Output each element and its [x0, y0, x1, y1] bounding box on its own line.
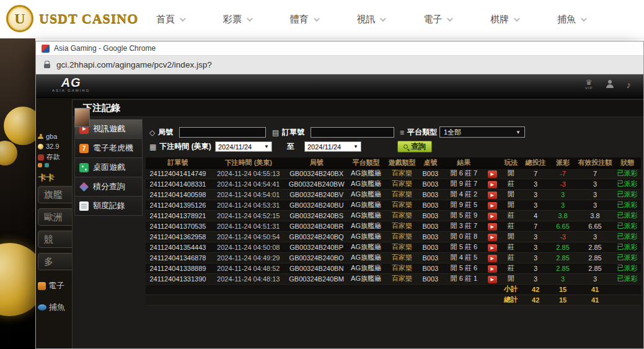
- bet-records-table: 訂單號下注時間 (美東)局號平台類型遊戲類型桌號結果玩法總投注派彩有效投注額狀態…: [146, 157, 641, 306]
- replay-button[interactable]: ▶: [488, 181, 497, 188]
- replay-button[interactable]: ▶: [488, 265, 497, 273]
- platform-filter-label: ≡ 平台類型: [400, 127, 437, 138]
- column-header: 下注時間 (美東): [210, 157, 287, 168]
- cell-play: 閒: [500, 168, 522, 179]
- table-row: 2411240413789212024-11-24 04:52:15GB0032…: [146, 210, 641, 221]
- nav-item-sports[interactable]: 體育: [290, 14, 318, 25]
- round-input[interactable]: [179, 127, 266, 138]
- cell-time: 2024-11-24 04:50:54: [210, 231, 287, 242]
- replay-button[interactable]: ▶: [488, 244, 497, 252]
- search-button[interactable]: 查詢: [397, 141, 432, 152]
- cell-replay: ▶: [485, 210, 500, 221]
- lobby-slots-item[interactable]: 電子: [38, 280, 64, 291]
- deposit-label: 存款: [46, 152, 60, 162]
- replay-button[interactable]: ▶: [488, 234, 497, 241]
- cell-order: 241124041362958: [146, 231, 210, 242]
- cell-payout: -7: [549, 168, 576, 179]
- cell-time: 2024-11-24 04:48:52: [210, 263, 287, 273]
- column-header: 玩法: [500, 157, 522, 168]
- chrome-popup-window: Asia Gaming - Google Chrome gci.2hhapi.c…: [35, 41, 644, 349]
- cell-payout: 2.85: [549, 242, 576, 252]
- cell-total-bet: 3: [522, 179, 549, 189]
- nav-item-home[interactable]: 首頁: [156, 14, 184, 25]
- cell-order: 241124041370535: [146, 221, 210, 231]
- cell-play: 閒: [500, 189, 522, 200]
- cell-table: B003: [418, 252, 443, 263]
- summary-valid-bet: 41: [576, 294, 614, 305]
- bet-table-body: 2411240414147492024-11-24 04:55:13GB0032…: [146, 168, 641, 305]
- cell-round: GB00324B240BN: [287, 263, 346, 273]
- lobby-deposit[interactable]: 存款: [38, 152, 60, 162]
- replay-button[interactable]: ▶: [488, 223, 497, 231]
- hall-button-flagship[interactable]: 旗艦: [38, 186, 72, 203]
- cell-status: 已派彩: [614, 242, 641, 252]
- support-person-icon[interactable]: [606, 80, 614, 89]
- platform-select[interactable]: 1全部 ▼: [439, 126, 525, 138]
- cell-result: 閒 6 莊 1: [443, 273, 485, 284]
- sidebar-item-table-games[interactable]: 桌面遊戲: [74, 157, 143, 177]
- cell-replay: ▶: [485, 242, 500, 252]
- replay-button[interactable]: ▶: [488, 192, 497, 199]
- nav-item-label: 視訊: [356, 14, 375, 25]
- cell-result: 閒 4 莊 2: [443, 189, 485, 200]
- ag-header-icons: [585, 79, 631, 90]
- ag-logo[interactable]: AG ASIA GAMING: [52, 77, 90, 92]
- cell-play: 莊: [500, 179, 522, 189]
- sidebar-item-slot-machines[interactable]: 電子老虎機: [74, 138, 143, 158]
- cell-status: 已派彩: [614, 252, 641, 263]
- date-to-picker[interactable]: 2024/11/24 ▼: [304, 141, 361, 152]
- sidebar-item-points-query[interactable]: 積分查詢: [74, 177, 143, 197]
- chevron-down-icon: [514, 15, 520, 22]
- sidebar-item-credit-records[interactable]: 額度記錄: [74, 196, 143, 216]
- cell-table: B003: [418, 242, 443, 252]
- ag-favicon-icon: [42, 45, 50, 53]
- replay-button[interactable]: ▶: [488, 255, 497, 262]
- sidebar-item-label: 電子老虎機: [93, 143, 133, 154]
- hall-button-multi[interactable]: 多: [38, 253, 72, 270]
- replay-button[interactable]: ▶: [488, 202, 497, 210]
- nav-item-label: 彩票: [223, 14, 242, 25]
- replay-button[interactable]: ▶: [488, 170, 497, 178]
- chevron-down-icon: ▼: [516, 130, 521, 135]
- nav-item-lottery[interactable]: 彩票: [223, 14, 251, 25]
- nav-item-fishing[interactable]: 捕魚: [557, 14, 585, 25]
- document-icon: [79, 201, 89, 211]
- table-row: 2411240413468782024-11-24 04:49:29GB0032…: [146, 252, 641, 263]
- lobby-fishing-item[interactable]: 捕魚: [38, 302, 65, 313]
- nav-item-label: 電子: [423, 14, 442, 25]
- screen: U USDT CASINO 首頁彩票體育視訊電子棋牌捕魚 Asia Gaming…: [0, 0, 644, 349]
- replay-button[interactable]: ▶: [488, 213, 497, 220]
- hall-button-europe[interactable]: 歐洲: [38, 208, 72, 226]
- date-to-value: 2024/11/24: [307, 143, 341, 151]
- site-header: U USDT CASINO 首頁彩票體育視訊電子棋牌捕魚: [0, 0, 644, 38]
- cell-result: 閒 5 莊 9: [443, 210, 485, 221]
- slots-label: 電子: [48, 280, 64, 291]
- replay-button[interactable]: ▶: [488, 276, 497, 283]
- ag-header: AG ASIA GAMING: [36, 74, 643, 98]
- vip-icon[interactable]: [585, 79, 593, 90]
- order-input[interactable]: [311, 127, 394, 138]
- nav-item-live[interactable]: 視訊: [356, 14, 384, 25]
- nav-item-cards[interactable]: 棋牌: [490, 14, 518, 25]
- summary-label: 小計: [500, 284, 522, 294]
- music-note-icon[interactable]: [627, 79, 632, 90]
- site-logo[interactable]: U USDT CASINO: [6, 5, 138, 32]
- popup-url-bar[interactable]: gci.2hhapi.com/agingame/pcv2/index.jsp?: [36, 56, 643, 74]
- popup-titlebar[interactable]: Asia Gaming - Google Chrome: [36, 42, 643, 56]
- cell-platform: AG旗艦廳: [346, 168, 386, 179]
- cell-order: 241124041395126: [146, 200, 210, 210]
- cell-order: 241124041414749: [146, 168, 210, 179]
- cell-result: 閒 5 莊 6: [443, 242, 485, 252]
- nav-item-label: 捕魚: [557, 14, 576, 25]
- column-header: 有效投注額: [576, 157, 614, 168]
- nav-item-slots[interactable]: 電子: [423, 14, 451, 25]
- chevron-down-icon: [581, 15, 587, 22]
- hall-button-competition[interactable]: 競: [38, 231, 72, 248]
- username-text: gba: [46, 133, 57, 140]
- date-from-picker[interactable]: 2024/11/24 ▼: [215, 141, 272, 152]
- cell-table: B003: [418, 200, 443, 210]
- ag-lobby-strip: gba 32.9 存款 卡卡 旗艦 歐洲 競 多: [36, 98, 72, 348]
- cell-order: 241124041338889: [146, 263, 210, 273]
- nav-item-label: 首頁: [156, 14, 175, 25]
- column-header: [485, 157, 500, 168]
